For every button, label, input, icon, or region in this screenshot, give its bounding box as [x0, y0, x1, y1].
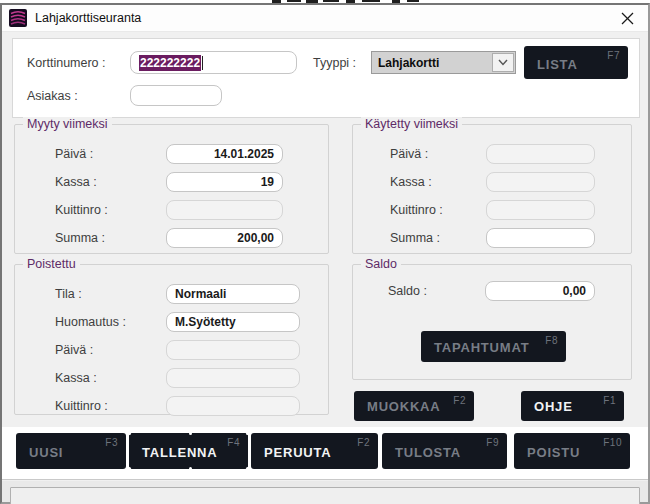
- field-label: Päivä :: [55, 343, 166, 357]
- myyty-summa-field[interactable]: 200,00: [166, 228, 283, 248]
- app-logo-icon: [9, 9, 27, 27]
- group-title: Saldo: [361, 257, 401, 271]
- title-bar: Lahjakorttiseuranta: [2, 5, 648, 32]
- field-label: Kassa :: [390, 175, 486, 189]
- field-row: Päivä :: [55, 336, 328, 364]
- korttinumero-input[interactable]: 222222222: [130, 51, 297, 74]
- myyty-paiva-field[interactable]: 14.01.2025: [166, 144, 283, 164]
- background-window-text-fragment: [362, 0, 380, 2]
- field-label: Kuittinro :: [55, 399, 166, 413]
- field-label: Päivä :: [390, 147, 486, 161]
- field-label: Kassa :: [55, 371, 166, 385]
- field-row: Päivä : 14.01.2025: [55, 140, 328, 168]
- field-row: Kuittinro :: [390, 196, 631, 224]
- ohje-fkey-label: F1: [603, 395, 616, 406]
- kaytetty-kassa-field[interactable]: [486, 172, 595, 192]
- group-title: Myyty viimeksi: [23, 117, 112, 131]
- field-row: Kassa :: [390, 168, 631, 196]
- background-window-text-fragment: [287, 0, 301, 2]
- tulosta-button[interactable]: F9 TULOSTA: [382, 433, 507, 469]
- field-label: Kuittinro :: [55, 203, 166, 217]
- field-label: Saldo :: [388, 284, 485, 298]
- muokkaa-button[interactable]: F2 MUOKKAA: [354, 391, 474, 421]
- myyty-kassa-field[interactable]: 19: [166, 172, 283, 192]
- muokkaa-fkey-label: F2: [453, 395, 466, 406]
- ohje-button-label: OHJE: [534, 399, 573, 414]
- myyty-kuittinro-field[interactable]: [166, 200, 283, 220]
- uusi-button[interactable]: F3 UUSI: [16, 433, 126, 469]
- tapahtumat-button[interactable]: F8 TAPAHTUMAT: [421, 331, 566, 362]
- group-title: Poistettu: [23, 257, 80, 271]
- group-myyty-viimeksi: Myyty viimeksi Päivä : 14.01.2025 Kassa …: [14, 124, 329, 254]
- field-label: Summa :: [390, 231, 486, 245]
- peruuta-button[interactable]: F2 PERUUTA: [251, 433, 378, 469]
- field-row: Summa : 200,00: [55, 224, 328, 252]
- poistettu-paiva-field[interactable]: [166, 340, 300, 360]
- field-label: Kassa :: [55, 175, 166, 189]
- tyyppi-label: Tyyppi :: [313, 56, 356, 70]
- poistettu-kuittinro-field[interactable]: [166, 396, 300, 416]
- focus-handle: [189, 467, 192, 470]
- field-row: Kuittinro :: [55, 392, 328, 420]
- poistu-button[interactable]: F10 POISTU: [514, 433, 630, 469]
- field-row: Summa :: [390, 224, 631, 252]
- tallenna-fkey-label: F4: [227, 437, 240, 448]
- field-label: Kuittinro :: [390, 203, 486, 217]
- muokkaa-button-label: MUOKKAA: [367, 399, 440, 414]
- combo-dropdown-button[interactable]: [492, 53, 514, 72]
- field-row: Tila : Normaali: [55, 280, 328, 308]
- lista-button[interactable]: F7 LISTA: [524, 46, 628, 79]
- field-row: Kassa : 19: [55, 168, 328, 196]
- close-button[interactable]: [616, 7, 638, 29]
- field-label: Päivä :: [55, 147, 166, 161]
- poistu-button-label: POISTU: [527, 445, 580, 460]
- saldo-field[interactable]: 0,00: [485, 281, 595, 301]
- focus-handle: [246, 432, 249, 435]
- background-window-text-fragment: [407, 0, 419, 2]
- peruuta-fkey-label: F2: [357, 437, 370, 448]
- peruuta-button-label: PERUUTA: [264, 445, 331, 460]
- uusi-button-label: UUSI: [29, 445, 63, 460]
- field-row: Saldo : 0,00: [388, 277, 631, 305]
- tallenna-button[interactable]: F4 TALLENNA: [129, 433, 248, 469]
- close-icon: [621, 12, 634, 25]
- asiakas-label: Asiakas :: [27, 89, 78, 103]
- chevron-down-icon: [498, 59, 508, 66]
- field-label: Tila :: [55, 287, 166, 301]
- uusi-fkey-label: F3: [105, 437, 118, 448]
- focus-handle: [246, 467, 249, 470]
- text-caret: [202, 56, 203, 70]
- poistettu-huomautus-field[interactable]: M.Syötetty: [166, 312, 300, 332]
- app-window: Lahjakorttiseuranta Korttinumero : 22222…: [0, 3, 650, 504]
- tyyppi-select[interactable]: Lahjakortti: [371, 51, 516, 74]
- korttinumero-selected-text: 222222222: [139, 55, 201, 71]
- field-row: Kuittinro :: [55, 196, 328, 224]
- tallenna-button-label: TALLENNA: [142, 445, 217, 460]
- group-saldo: Saldo Saldo : 0,00 F8 TAPAHTUMAT: [352, 264, 632, 380]
- kaytetty-summa-field[interactable]: [486, 228, 595, 248]
- tyyppi-selected-value: Lahjakortti: [378, 56, 439, 70]
- asiakas-input[interactable]: [130, 85, 222, 106]
- lista-fkey-label: F7: [607, 50, 620, 61]
- kaytetty-kuittinro-field[interactable]: [486, 200, 595, 220]
- lista-button-label: LISTA: [537, 57, 578, 72]
- field-row: Kassa :: [55, 364, 328, 392]
- korttinumero-label: Korttinumero :: [27, 56, 106, 70]
- group-title: Käytetty viimeksi: [361, 117, 462, 131]
- focus-handle: [128, 432, 131, 435]
- group-kaytetty-viimeksi: Käytetty viimeksi Päivä : Kassa : Kuitti…: [352, 124, 632, 254]
- field-label: Summa :: [55, 231, 166, 245]
- poistettu-kassa-field[interactable]: [166, 368, 300, 388]
- ohje-button[interactable]: F1 OHJE: [521, 391, 624, 421]
- poistu-fkey-label: F10: [603, 437, 622, 448]
- focus-handle: [128, 467, 131, 470]
- status-bar-area: [2, 481, 648, 502]
- poistettu-tila-field[interactable]: Normaali: [166, 284, 300, 304]
- field-row: Huomautus : M.Syötetty: [55, 308, 328, 336]
- tulosta-fkey-label: F9: [486, 437, 499, 448]
- background-window-text-fragment: [323, 0, 339, 2]
- kaytetty-paiva-field[interactable]: [486, 144, 595, 164]
- window-title: Lahjakorttiseuranta: [35, 11, 141, 25]
- tapahtumat-button-label: TAPAHTUMAT: [434, 340, 529, 355]
- window-body: Korttinumero : 222222222 Tyyppi : Lahjak…: [2, 33, 648, 502]
